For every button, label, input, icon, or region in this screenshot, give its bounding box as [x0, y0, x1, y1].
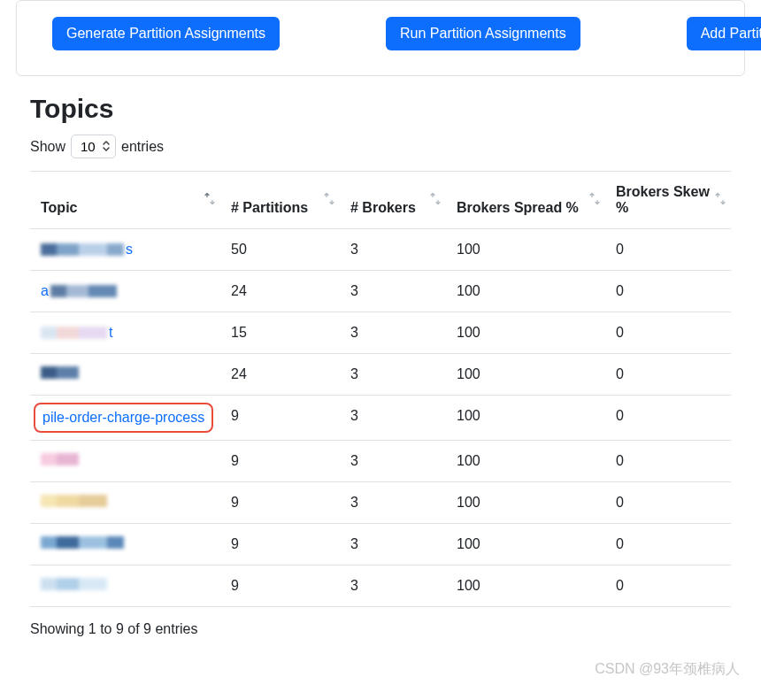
cell-brokers: 3: [340, 565, 446, 607]
cell-brokers: 3: [340, 524, 446, 565]
table-row: a2431000: [30, 271, 731, 312]
section-title: Topics: [30, 94, 731, 124]
column-header-topic[interactable]: Topic: [30, 172, 220, 229]
cell-skew: 0: [605, 482, 731, 524]
topic-link[interactable]: a: [41, 283, 49, 299]
entries-control: Show 10 entries: [30, 135, 731, 158]
cell-topic: [30, 482, 220, 524]
topic-link[interactable]: pile-order-charge-process: [42, 410, 204, 425]
topic-link[interactable]: t: [109, 325, 112, 341]
sort-icon[interactable]: [715, 193, 726, 208]
generate-partition-button[interactable]: Generate Partition Assignments: [52, 17, 280, 50]
cell-spread: 100: [446, 229, 605, 271]
cell-spread: 100: [446, 565, 605, 607]
cell-brokers: 3: [340, 271, 446, 312]
column-header-spread[interactable]: Brokers Spread %: [446, 172, 605, 229]
cell-skew: 0: [605, 565, 731, 607]
redacted-text: [41, 536, 124, 549]
cell-skew: 0: [605, 396, 731, 441]
redacted-text: [41, 453, 79, 465]
cell-topic: a: [30, 271, 220, 312]
cell-spread: 100: [446, 396, 605, 441]
cell-topic: [30, 441, 220, 482]
topic-link[interactable]: s: [126, 242, 133, 258]
cell-skew: 0: [605, 229, 731, 271]
cell-partitions: 9: [220, 565, 340, 607]
cell-brokers: 3: [340, 482, 446, 524]
cell-partitions: 15: [220, 312, 340, 354]
cell-partitions: 24: [220, 354, 340, 396]
add-partitions-button[interactable]: Add Partitions: [687, 17, 761, 50]
cell-brokers: 3: [340, 396, 446, 441]
cell-partitions: 9: [220, 441, 340, 482]
cell-partitions: 9: [220, 482, 340, 524]
cell-topic: pile-order-charge-process: [30, 396, 220, 441]
cell-spread: 100: [446, 524, 605, 565]
cell-spread: 100: [446, 354, 605, 396]
redacted-text: [41, 327, 107, 339]
cell-spread: 100: [446, 312, 605, 354]
cell-topic: s: [30, 229, 220, 271]
table-row: 931000: [30, 441, 731, 482]
redacted-text: [41, 578, 107, 590]
show-label: Show: [30, 139, 65, 155]
cell-skew: 0: [605, 524, 731, 565]
action-panel: Generate Partition Assignments Run Parti…: [16, 0, 745, 76]
cell-brokers: 3: [340, 312, 446, 354]
table-footer-info: Showing 1 to 9 of 9 entries: [30, 621, 731, 637]
cell-spread: 100: [446, 271, 605, 312]
cell-partitions: 9: [220, 524, 340, 565]
table-row: 931000: [30, 565, 731, 607]
column-header-skew[interactable]: Brokers Skew %: [605, 172, 731, 229]
redacted-text: [41, 243, 124, 256]
cell-topic: [30, 565, 220, 607]
redacted-text: [41, 366, 79, 379]
table-row: 931000: [30, 524, 731, 565]
table-row: s5031000: [30, 229, 731, 271]
sort-icon[interactable]: [589, 193, 600, 208]
topics-section: Topics Show 10 entries Topic # P: [0, 94, 761, 637]
cell-topic: [30, 354, 220, 396]
topics-table: Topic # Partitions # Brokers: [30, 171, 731, 607]
entries-select[interactable]: 10: [71, 135, 116, 158]
cell-partitions: 24: [220, 271, 340, 312]
cell-skew: 0: [605, 354, 731, 396]
highlight-box: pile-order-charge-process: [34, 403, 213, 433]
cell-brokers: 3: [340, 229, 446, 271]
table-row: 931000: [30, 482, 731, 524]
redacted-text: [50, 285, 117, 297]
cell-spread: 100: [446, 482, 605, 524]
cell-topic: t: [30, 312, 220, 354]
table-row: 2431000: [30, 354, 731, 396]
cell-skew: 0: [605, 271, 731, 312]
cell-topic: [30, 524, 220, 565]
sort-icon[interactable]: [430, 193, 441, 208]
cell-skew: 0: [605, 312, 731, 354]
cell-partitions: 9: [220, 396, 340, 441]
cell-brokers: 3: [340, 354, 446, 396]
cell-partitions: 50: [220, 229, 340, 271]
cell-spread: 100: [446, 441, 605, 482]
redacted-text: [41, 495, 107, 507]
cell-skew: 0: [605, 441, 731, 482]
sort-icon[interactable]: [204, 193, 215, 208]
cell-brokers: 3: [340, 441, 446, 482]
entries-label: entries: [121, 139, 164, 155]
table-row: pile-order-charge-process931000: [30, 396, 731, 441]
column-header-brokers[interactable]: # Brokers: [340, 172, 446, 229]
run-partition-button[interactable]: Run Partition Assignments: [386, 17, 580, 50]
column-header-partitions[interactable]: # Partitions: [220, 172, 340, 229]
sort-icon[interactable]: [324, 193, 334, 208]
table-row: t1531000: [30, 312, 731, 354]
